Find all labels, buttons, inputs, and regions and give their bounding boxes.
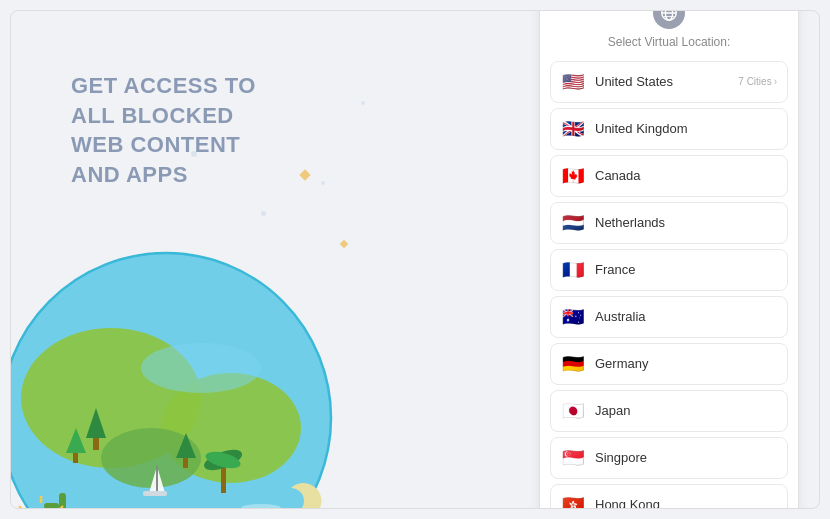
back-button[interactable]: ← <box>556 10 574 15</box>
flag-icon: 🇩🇪 <box>561 352 585 376</box>
flag-icon: 🇳🇱 <box>561 211 585 235</box>
location-item[interactable]: 🇨🇦Canada <box>550 155 788 197</box>
location-name: United Kingdom <box>595 121 777 136</box>
location-name: France <box>595 262 777 277</box>
location-name: Netherlands <box>595 215 777 230</box>
location-name: United States <box>595 74 738 89</box>
flag-icon: 🇯🇵 <box>561 399 585 423</box>
headline: GET ACCESS TO ALL BLOCKED WEB CONTENT AN… <box>71 71 479 190</box>
svg-rect-16 <box>156 466 158 494</box>
cities-badge: 7 Cities› <box>738 76 777 87</box>
svg-point-4 <box>141 343 261 393</box>
svg-rect-7 <box>93 438 99 450</box>
flag-icon: 🇨🇦 <box>561 164 585 188</box>
svg-rect-11 <box>183 458 188 468</box>
location-name: Singpore <box>595 450 777 465</box>
flag-icon: 🇦🇺 <box>561 305 585 329</box>
location-item[interactable]: 🇸🇬Singpore <box>550 437 788 479</box>
location-name: Hong Kong <box>595 497 777 509</box>
svg-point-32 <box>662 10 676 20</box>
location-name: Australia <box>595 309 777 324</box>
globe-illustration <box>11 198 351 508</box>
globe-icon <box>653 10 685 29</box>
location-list: 🇺🇸United States7 Cities›🇬🇧United Kingdom… <box>540 61 798 510</box>
location-item[interactable]: 🇳🇱Netherlands <box>550 202 788 244</box>
location-item[interactable]: 🇦🇺Australia <box>550 296 788 338</box>
svg-rect-13 <box>44 503 59 508</box>
location-name: Japan <box>595 403 777 418</box>
flag-icon: 🇫🇷 <box>561 258 585 282</box>
location-item[interactable]: 🇯🇵Japan <box>550 390 788 432</box>
card-header: ← Select Virtual Location: <box>540 10 798 61</box>
location-card: ← Select Virtual Location: 🇺🇸United Stat… <box>539 10 799 509</box>
svg-rect-17 <box>143 491 167 496</box>
flag-icon: 🇭🇰 <box>561 493 585 510</box>
location-item[interactable]: 🇬🇧United Kingdom <box>550 108 788 150</box>
location-name: Canada <box>595 168 777 183</box>
flag-icon: 🇬🇧 <box>561 117 585 141</box>
flag-icon: 🇸🇬 <box>561 446 585 470</box>
location-item[interactable]: 🇩🇪Germany <box>550 343 788 385</box>
main-container: GET ACCESS TO ALL BLOCKED WEB CONTENT AN… <box>10 10 820 509</box>
svg-line-26 <box>19 506 24 508</box>
location-item[interactable]: 🇫🇷France <box>550 249 788 291</box>
location-name: Germany <box>595 356 777 371</box>
location-item[interactable]: 🇭🇰Hong Kong <box>550 484 788 510</box>
flag-icon: 🇺🇸 <box>561 70 585 94</box>
location-item[interactable]: 🇺🇸United States7 Cities› <box>550 61 788 103</box>
select-title: Select Virtual Location: <box>608 35 731 49</box>
svg-point-33 <box>665 10 672 20</box>
right-panel: ← Select Virtual Location: 🇺🇸United Stat… <box>519 11 819 508</box>
svg-rect-9 <box>73 453 78 463</box>
left-panel: GET ACCESS TO ALL BLOCKED WEB CONTENT AN… <box>11 11 519 508</box>
